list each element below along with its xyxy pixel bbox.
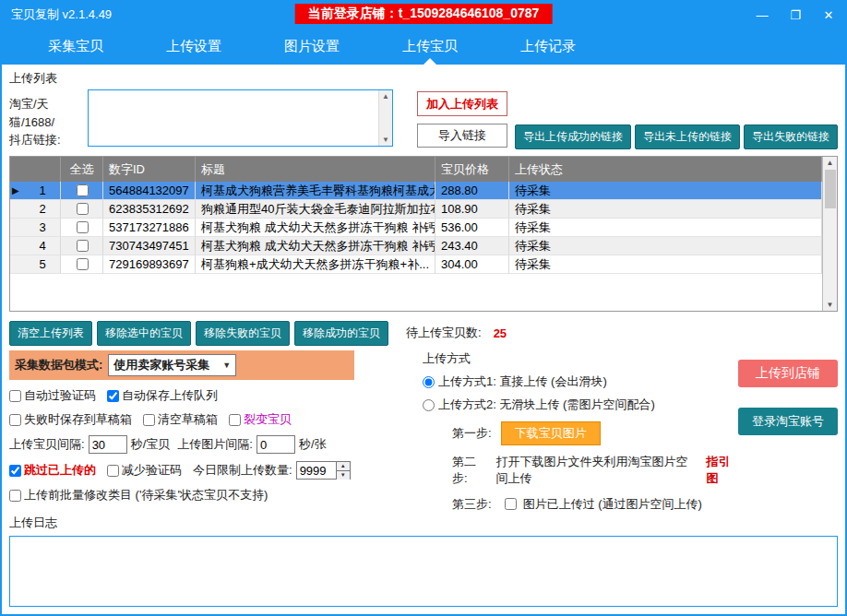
table-row[interactable]: ▶ 5 729169893697 柯基狗粮+成犬幼犬天然多拼冻干狗粮+补... …	[10, 255, 822, 274]
row-number: 2	[27, 202, 58, 216]
titlebar: 宝贝复制 v2.1.4.49 当前登录店铺：t_1509284646108_07…	[2, 2, 845, 28]
table-row[interactable]: ▶ 2 623835312692 狗粮通用型40斤装大袋金毛泰迪阿拉斯加拉布..…	[10, 200, 822, 219]
table-row[interactable]: ▶ 4 730743497451 柯基犬狗粮 成犬幼犬天然多拼冻干狗粮 补钙..…	[10, 237, 822, 255]
export-failed-links-button[interactable]: 导出失败的链接	[744, 124, 838, 149]
download-item-images-button[interactable]: 下载宝贝图片	[501, 421, 601, 445]
remove-selected-items-button[interactable]: 移除选中的宝贝	[97, 321, 191, 346]
remove-failed-items-button[interactable]: 移除失败的宝贝	[196, 321, 290, 346]
tab-collect-items[interactable]: 采集宝贝	[17, 28, 135, 65]
scroll-up-icon[interactable]: ▲	[382, 92, 389, 101]
tab-upload-items[interactable]: 上传宝贝	[371, 28, 489, 65]
row-upload-status: 待采集	[509, 219, 822, 237]
row-item-title: 狗粮通用型40斤装大袋金毛泰迪阿拉斯加拉布...	[196, 200, 435, 219]
daily-limit-input[interactable]	[297, 462, 336, 479]
checkbox-row-2: 失败时保存到草稿箱 清空草稿箱 裂变宝贝	[9, 411, 412, 428]
tab-image-settings[interactable]: 图片设置	[253, 28, 371, 65]
scroll-down-icon[interactable]: ▼	[827, 301, 834, 309]
login-taobao-button[interactable]: 登录淘宝账号	[738, 408, 838, 435]
tab-upload-history[interactable]: 上传记录	[489, 28, 607, 65]
upload-to-shop-button[interactable]: 上传到店铺	[738, 360, 838, 387]
row-select-checkbox[interactable]	[77, 258, 89, 270]
row-item-price: 243.40	[435, 237, 509, 255]
row-numeric-id: 729169893697	[103, 255, 196, 274]
collect-mode-value: 使用卖家账号采集	[113, 357, 209, 373]
collect-mode-label: 采集数据包模式:	[15, 357, 102, 373]
minimize-icon[interactable]: —	[755, 8, 769, 22]
image-interval-input[interactable]	[256, 435, 295, 454]
table-scrollbar[interactable]: ▲ ▼	[822, 157, 837, 311]
app-window: 宝贝复制 v2.1.4.49 当前登录店铺：t_1509284646108_07…	[0, 0, 847, 616]
row-item-price: 108.90	[435, 200, 509, 219]
logged-in-shop-banner: 当前登录店铺：t_1509284646108_0787	[295, 4, 553, 24]
step-2-row: 第二步: 打开下载图片文件夹利用淘宝图片空间上传 指引图	[423, 454, 738, 487]
guide-image-link[interactable]: 指引图	[707, 454, 738, 487]
upload-method-1-radio[interactable]: 上传方式1: 直接上传 (会出滑块)	[423, 373, 738, 390]
export-pending-links-button[interactable]: 导出未上传的链接	[635, 124, 740, 149]
side-buttons-column: 上传到店铺 登录淘宝账号	[738, 350, 838, 513]
table-body: ▶ 1 564884132097 柯基成犬狗粮营养美毛丰臀科基狗粮柯基成犬...…	[10, 182, 822, 274]
upload-log-output[interactable]	[9, 536, 838, 607]
collect-mode-dropdown[interactable]: 使用卖家账号采集 ▼	[108, 354, 236, 376]
settings-area: 采集数据包模式: 使用卖家账号采集 ▼ 自动过验证码 自动保存上传队列	[9, 350, 838, 513]
header-upload-status: 上传状态	[509, 157, 822, 182]
row-select-checkbox[interactable]	[77, 203, 89, 215]
pending-count-label: 待上传宝贝数:	[406, 325, 482, 341]
table-header-row: 全选 数字ID 标题 宝贝价格 上传状态	[10, 157, 822, 182]
checkbox-row-1: 自动过验证码 自动保存上传队列	[9, 387, 412, 404]
row-select-checkbox[interactable]	[77, 240, 89, 252]
selected-row-arrow-icon: ▶	[12, 185, 23, 195]
remove-success-items-button[interactable]: 移除成功的宝贝	[294, 321, 388, 346]
link-input-scrollbar[interactable]: ▲ ▼	[378, 90, 392, 146]
upload-list-section-title: 上传列表	[9, 70, 838, 87]
image-interval-label: 上传图片间隔:	[177, 436, 253, 453]
auto-save-queue-checkbox[interactable]: 自动保存上传队列	[107, 387, 218, 404]
scrollbar-thumb[interactable]	[825, 170, 836, 208]
items-table-main: 全选 数字ID 标题 宝贝价格 上传状态 ▶ 1 564884132097 柯基…	[10, 157, 822, 311]
header-price: 宝贝价格	[435, 157, 509, 182]
clear-draft-checkbox[interactable]: 清空草稿箱	[143, 411, 218, 428]
upload-method-panel: 上传方式 上传方式1: 直接上传 (会出滑块) 上传方式2: 无滑块上传 (需图…	[412, 350, 738, 513]
scroll-up-icon[interactable]: ▲	[827, 159, 834, 167]
row-item-title: 柯基犬狗粮 成犬幼犬天然多拼冻干狗粮 补钙...	[196, 219, 435, 237]
skip-uploaded-checkbox[interactable]: 跳过已上传的	[9, 462, 96, 479]
save-draft-on-fail-checkbox[interactable]: 失败时保存到草稿箱	[9, 411, 132, 428]
tab-upload-settings[interactable]: 上传设置	[135, 28, 253, 65]
upload-log-title: 上传日志	[9, 515, 838, 531]
row-number: 4	[27, 239, 58, 253]
reduce-captcha-checkbox[interactable]: 减少验证码	[107, 462, 182, 479]
row-item-price: 288.80	[435, 182, 509, 200]
pending-count-value: 25	[494, 326, 507, 340]
chevron-down-icon: ▼	[222, 361, 231, 370]
link-buttons-column: 加入上传列表 导入链接	[417, 89, 507, 148]
import-links-button[interactable]: 导入链接	[417, 124, 507, 148]
maximize-icon[interactable]: ❐	[788, 8, 803, 22]
link-input[interactable]	[89, 90, 378, 146]
list-actions-row: 清空上传列表 移除选中的宝贝 移除失败的宝贝 移除成功的宝贝 待上传宝贝数: 2…	[9, 319, 838, 347]
row-numeric-id: 564884132097	[103, 182, 196, 200]
stepper-up-icon[interactable]: ▲	[337, 462, 350, 471]
row-item-price: 536.00	[435, 219, 509, 237]
auto-captcha-checkbox[interactable]: 自动过验证码	[9, 387, 96, 404]
main-content: 上传列表 淘宝/天猫/1688/ 抖店链接: ▲ ▼ 加入上传列表 导入链接 导…	[2, 65, 845, 614]
images-already-uploaded-checkbox[interactable]: 图片已上传过 (通过图片空间上传)	[501, 495, 702, 513]
link-input-label: 淘宝/天猫/1688/ 抖店链接:	[9, 89, 88, 149]
fission-item-checkbox[interactable]: 裂变宝贝	[229, 411, 292, 428]
scroll-down-icon[interactable]: ▼	[382, 136, 389, 144]
stepper-down-icon[interactable]: ▼	[337, 471, 350, 480]
upload-method-2-radio[interactable]: 上传方式2: 无滑块上传 (需图片空间配合)	[423, 397, 738, 413]
export-success-links-button[interactable]: 导出上传成功的链接	[515, 124, 631, 149]
row-numeric-id: 623835312692	[103, 200, 196, 219]
table-row[interactable]: ▶ 1 564884132097 柯基成犬狗粮营养美毛丰臀科基狗粮柯基成犬...…	[10, 182, 822, 200]
stepper-arrows: ▲ ▼	[336, 462, 350, 479]
header-select-all[interactable]: 全选	[61, 157, 103, 182]
row-item-title: 柯基犬狗粮 成犬幼犬天然多拼冻干狗粮 补钙...	[196, 237, 435, 255]
item-interval-input[interactable]	[89, 435, 127, 454]
clear-upload-list-button[interactable]: 清空上传列表	[9, 321, 92, 346]
add-to-upload-list-button[interactable]: 加入上传列表	[417, 91, 507, 116]
close-icon[interactable]: ✕	[821, 8, 836, 22]
row-select-checkbox[interactable]	[77, 184, 89, 196]
batch-modify-category-checkbox[interactable]: 上传前批量修改类目 ('待采集'状态宝贝不支持)	[9, 487, 268, 503]
header-title: 标题	[196, 157, 435, 182]
table-row[interactable]: ▶ 3 537173271886 柯基犬狗粮 成犬幼犬天然多拼冻干狗粮 补钙..…	[10, 219, 822, 237]
row-select-checkbox[interactable]	[77, 221, 89, 233]
